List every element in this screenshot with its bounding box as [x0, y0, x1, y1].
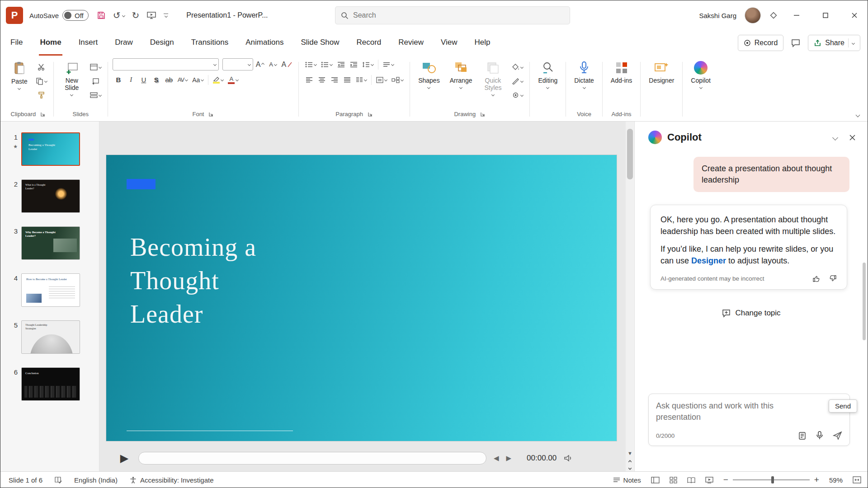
- numbering-button[interactable]: [319, 58, 334, 70]
- search-box[interactable]: [335, 6, 570, 24]
- editing-button[interactable]: Editing: [534, 58, 561, 117]
- customize-qat-icon[interactable]: [164, 14, 168, 18]
- language-indicator[interactable]: English (India): [74, 476, 118, 484]
- previous-frame-button[interactable]: ◀: [494, 454, 499, 462]
- cut-button[interactable]: [34, 61, 49, 73]
- premium-diamond-icon[interactable]: [769, 11, 778, 20]
- tab-record[interactable]: Record: [355, 30, 382, 56]
- autosave-control[interactable]: AutoSave Off: [29, 10, 89, 21]
- tab-draw[interactable]: Draw: [114, 30, 134, 56]
- font-size-input[interactable]: [225, 61, 246, 68]
- zoom-slider[interactable]: [733, 479, 810, 480]
- accessibility-status[interactable]: Accessibility: Investigate: [129, 476, 214, 484]
- thumbnail-slide-4[interactable]: 4 How to Become a Thought Leader: [5, 273, 99, 307]
- thumbs-up-icon[interactable]: [812, 274, 821, 283]
- zoom-out-button[interactable]: −: [723, 475, 728, 485]
- layout-button[interactable]: [88, 61, 103, 73]
- copilot-input-card[interactable]: 0/2000: [648, 394, 850, 446]
- bold-button[interactable]: B: [113, 74, 124, 86]
- copilot-close-icon[interactable]: [849, 134, 856, 141]
- slide-editor[interactable]: Becoming a Thought Leader: [106, 155, 617, 441]
- decrease-indent-button[interactable]: [335, 58, 347, 70]
- minimize-button[interactable]: [786, 0, 807, 30]
- tab-review[interactable]: Review: [397, 30, 425, 56]
- close-button[interactable]: [844, 0, 865, 30]
- designer-link[interactable]: Designer: [691, 256, 726, 265]
- play-button[interactable]: ▶: [118, 452, 131, 465]
- font-name-input[interactable]: [115, 61, 212, 68]
- editing-dropdown-icon[interactable]: [546, 86, 549, 89]
- shape-effects-button[interactable]: [510, 89, 525, 101]
- next-slide-button[interactable]: [629, 468, 631, 469]
- undo-dropdown-icon[interactable]: [122, 14, 125, 17]
- tab-animations[interactable]: Animations: [245, 30, 284, 56]
- undo-button[interactable]: ↺: [113, 10, 125, 21]
- strikethrough-button[interactable]: ab: [163, 74, 175, 86]
- thumbnail-slide-6[interactable]: 6 Conclusion: [5, 367, 99, 401]
- media-progress-track[interactable]: [138, 452, 486, 465]
- tab-slide-show[interactable]: Slide Show: [300, 30, 340, 56]
- save-icon[interactable]: [97, 11, 106, 20]
- scrollbar-thumb[interactable]: [627, 129, 633, 179]
- thumbnail-slide-3[interactable]: 3 Why Become a Thought Leader?: [5, 226, 99, 260]
- font-color-button[interactable]: A: [226, 74, 240, 86]
- change-case-button[interactable]: Aa: [190, 74, 205, 86]
- notes-button[interactable]: Notes: [613, 476, 641, 484]
- powerpoint-logo-icon[interactable]: P: [6, 7, 23, 24]
- scroll-down-icon[interactable]: ▼: [627, 450, 632, 456]
- tab-transitions[interactable]: Transitions: [190, 30, 230, 56]
- share-dropdown-icon[interactable]: [852, 41, 855, 44]
- slide-title-text[interactable]: Becoming a Thought Leader: [130, 231, 284, 331]
- align-text-button[interactable]: [374, 74, 389, 86]
- font-name-combo[interactable]: [113, 58, 219, 70]
- record-button[interactable]: Record: [738, 35, 784, 51]
- copilot-button[interactable]: Copilot: [687, 58, 714, 117]
- normal-view-button[interactable]: [651, 477, 660, 483]
- addins-button[interactable]: Add-ins: [607, 58, 636, 110]
- justify-button[interactable]: [341, 74, 353, 86]
- shrink-font-button[interactable]: A: [267, 58, 278, 70]
- clear-formatting-button[interactable]: A: [279, 58, 294, 70]
- shapes-button[interactable]: Shapes: [415, 58, 443, 110]
- shapes-dropdown-icon[interactable]: [427, 86, 430, 89]
- change-topic-button[interactable]: Change topic: [722, 309, 780, 318]
- user-avatar[interactable]: [745, 7, 761, 23]
- maximize-button[interactable]: [815, 0, 836, 30]
- prompt-guide-icon[interactable]: [798, 432, 807, 440]
- zoom-slider-thumb[interactable]: [771, 476, 774, 483]
- copilot-scrollbar-thumb[interactable]: [863, 263, 866, 340]
- copy-dropdown-icon[interactable]: [44, 80, 47, 83]
- tab-home[interactable]: Home: [39, 30, 62, 56]
- thumbnail-slide-2[interactable]: 2 What is a Thought Leader?: [5, 179, 99, 213]
- previous-slide-button[interactable]: [629, 461, 631, 462]
- tab-file[interactable]: File: [9, 30, 24, 56]
- columns-button[interactable]: [354, 74, 368, 86]
- collapse-ribbon-icon[interactable]: [856, 113, 860, 117]
- designer-button[interactable]: Designer: [645, 58, 678, 117]
- font-dialog-launcher-icon[interactable]: [208, 112, 214, 117]
- copilot-input[interactable]: [656, 400, 805, 428]
- spellcheck-icon[interactable]: [54, 476, 62, 483]
- mic-icon[interactable]: [816, 431, 824, 440]
- underline-button[interactable]: U: [138, 74, 150, 86]
- paragraph-dialog-launcher-icon[interactable]: [368, 112, 373, 117]
- align-right-button[interactable]: [329, 74, 340, 86]
- copilot-collapse-icon[interactable]: [832, 135, 838, 141]
- fit-to-window-icon[interactable]: [853, 476, 861, 483]
- dictate-button[interactable]: Dictate: [571, 58, 598, 110]
- tab-help[interactable]: Help: [474, 30, 491, 56]
- autosave-toggle[interactable]: Off: [62, 10, 89, 21]
- reading-view-button[interactable]: [687, 477, 695, 483]
- tab-view[interactable]: View: [440, 30, 458, 56]
- quick-styles-dropdown-icon[interactable]: [491, 93, 495, 96]
- slide-indicator[interactable]: Slide 1 of 6: [9, 476, 42, 484]
- tab-design[interactable]: Design: [149, 30, 175, 56]
- format-painter-button[interactable]: [34, 89, 49, 101]
- slide-sorter-view-button[interactable]: [670, 477, 677, 483]
- italic-button[interactable]: I: [125, 74, 137, 86]
- text-direction-button[interactable]: [381, 58, 396, 70]
- send-icon[interactable]: [833, 431, 842, 440]
- font-size-combo[interactable]: [222, 58, 253, 70]
- increase-indent-button[interactable]: [348, 58, 359, 70]
- slideshow-view-button[interactable]: [705, 477, 713, 483]
